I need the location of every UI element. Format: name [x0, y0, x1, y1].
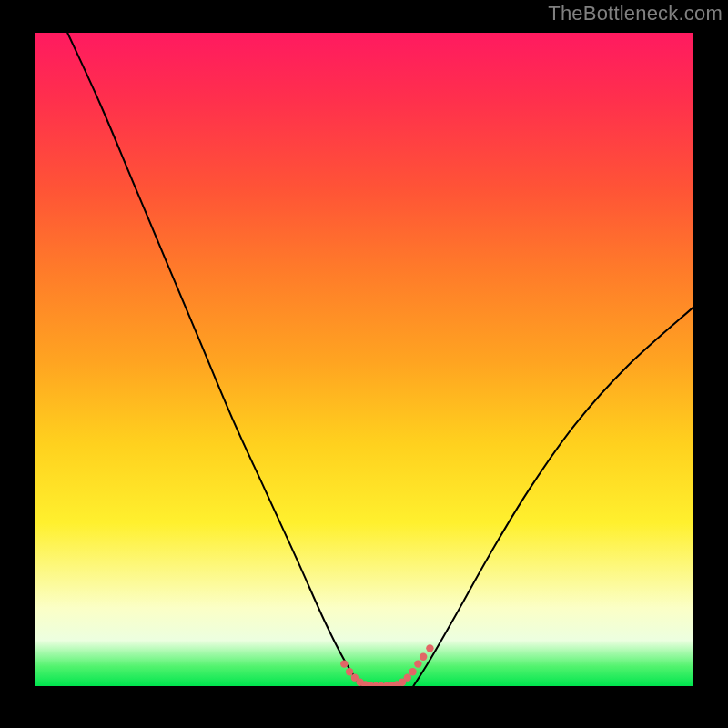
trough-marker [340, 644, 434, 686]
left-limb-line [67, 33, 360, 686]
trough-dot [414, 660, 421, 667]
right-limb-line [413, 308, 693, 686]
trough-dot [426, 644, 433, 652]
trough-dot [346, 668, 353, 675]
trough-dot [409, 668, 416, 675]
trough-dot [420, 652, 427, 660]
curve-overlay [35, 33, 693, 686]
bottleneck-curve [67, 33, 693, 686]
plot-area [35, 33, 693, 686]
trough-dot [404, 673, 411, 681]
watermark-text: TheBottleneck.com [548, 2, 723, 25]
chart-frame: TheBottleneck.com [0, 0, 728, 728]
trough-dot [340, 660, 348, 667]
